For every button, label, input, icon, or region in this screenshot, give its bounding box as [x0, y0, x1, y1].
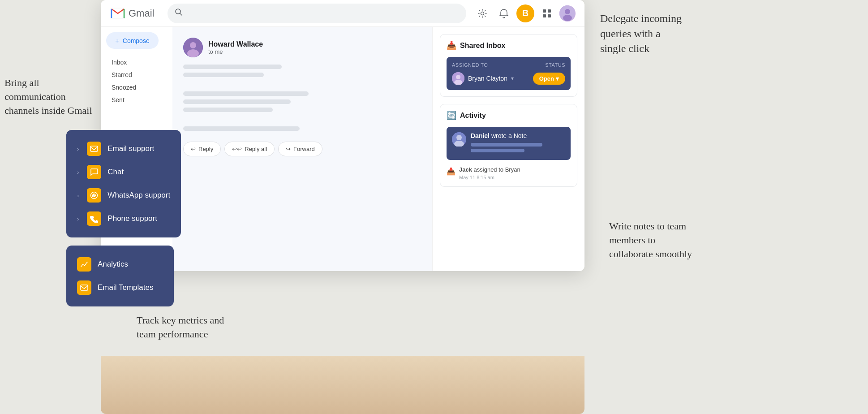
svg-point-14	[187, 49, 199, 57]
note-text: Daniel wrote a Note	[471, 132, 542, 139]
menu-item-email-support[interactable]: › Email support	[75, 137, 172, 160]
gear-icon	[477, 9, 487, 18]
settings-button[interactable]	[473, 4, 491, 22]
reply-all-icon: ↩↩	[232, 146, 242, 152]
sender-name: Howard Wallace	[208, 40, 263, 48]
grid-button[interactable]	[538, 4, 556, 22]
shared-inbox-title: Shared Inbox	[460, 42, 505, 50]
activity-assign-info: Jack assigned to Bryan May 11 8:15 am	[459, 166, 520, 180]
gmail-search-bar[interactable]	[168, 4, 466, 23]
svg-point-22	[91, 192, 98, 199]
menu-arrow-email: ›	[77, 146, 79, 152]
chevron-down-icon: ▾	[511, 75, 514, 82]
person-avatar	[452, 72, 464, 85]
annotation-top-right: Delegate incoming queries with a single …	[600, 11, 682, 56]
whatsapp-icon	[87, 188, 101, 203]
svg-point-4	[481, 12, 484, 15]
sender-avatar	[183, 38, 203, 57]
search-input[interactable]	[187, 9, 459, 17]
email-templates-icon	[77, 280, 91, 295]
forward-button[interactable]: ↪ Forward	[278, 142, 322, 156]
plus-icon: +	[115, 37, 119, 44]
status-label: Status	[545, 62, 565, 68]
email-line-4	[183, 91, 309, 96]
annotation-bottom-right: Write notes to team members to collabora…	[609, 220, 692, 261]
gmail-header: Gmail B	[101, 0, 584, 27]
email-actions: ↩ Reply ↩↩ Reply all ↪ Forward	[183, 142, 421, 156]
svg-point-16	[456, 75, 460, 79]
bottom-gradient-bg	[101, 356, 584, 414]
email-header-row: Howard Wallace to me	[183, 38, 421, 57]
activity-assign-text: Jack assigned to Bryan	[459, 166, 520, 173]
phone-support-icon	[87, 211, 101, 226]
reply-all-button[interactable]: ↩↩ Reply all	[224, 142, 275, 156]
activity-note: Daniel wrote a Note	[447, 127, 571, 160]
svg-point-19	[456, 135, 462, 140]
menu-arrow-whatsapp: ›	[77, 192, 79, 199]
email-line-8	[183, 126, 300, 131]
reply-all-label: Reply all	[245, 146, 267, 152]
search-icon	[175, 8, 183, 18]
activity-title-row: 🔄 Activity	[447, 111, 571, 121]
gmail-logo: Gmail	[110, 5, 154, 22]
status-open-button[interactable]: Open ▾	[533, 73, 565, 85]
activity-assign-icon: 📥	[447, 167, 455, 176]
note-content: Daniel wrote a Note	[471, 132, 542, 155]
email-line-5	[183, 99, 291, 104]
shared-inbox-card: 📥 Shared Inbox Assigned to Status Bryan	[440, 34, 577, 97]
gmail-header-icons: B	[473, 4, 576, 22]
user-avatar[interactable]	[559, 5, 576, 22]
activity-time: May 11 8:15 am	[459, 175, 520, 180]
forward-icon: ↪	[286, 146, 291, 152]
email-support-label: Email support	[107, 144, 154, 153]
note-line-2	[471, 149, 524, 152]
assign-post: assigned to Bryan	[474, 166, 520, 173]
b-badge-button[interactable]: B	[516, 4, 534, 22]
svg-rect-8	[548, 14, 551, 17]
status-btn-label: Open	[539, 75, 554, 82]
annotation-top-left: Bring all communication channels inside …	[4, 76, 92, 117]
email-templates-label: Email Templates	[98, 283, 153, 292]
features-menu-bottom: Analytics Email Templates	[66, 246, 174, 306]
gmail-title-text: Gmail	[129, 8, 154, 19]
svg-rect-21	[90, 146, 98, 151]
reply-button[interactable]: ↩ Reply	[183, 142, 221, 156]
sidebar-item-starred[interactable]: Starred	[101, 69, 172, 81]
analytics-label: Analytics	[98, 260, 128, 269]
compose-button[interactable]: + Compose	[106, 32, 159, 49]
activity-assign-row: 📥 Jack assigned to Bryan May 11 8:15 am	[447, 166, 571, 180]
email-view: Howard Wallace to me ↩ Reply	[172, 27, 432, 271]
sender-info: Howard Wallace to me	[208, 40, 263, 55]
note-line-1	[471, 143, 542, 147]
menu-item-chat[interactable]: › Chat	[75, 160, 172, 184]
menu-arrow-chat: ›	[77, 169, 79, 176]
chat-icon	[87, 165, 101, 179]
svg-rect-6	[548, 9, 551, 13]
menu-arrow-phone: ›	[77, 216, 79, 222]
bell-icon	[499, 9, 509, 18]
right-panel: 📥 Shared Inbox Assigned to Status Bryan	[432, 27, 584, 271]
menu-item-phone[interactable]: › Phone support	[75, 207, 172, 230]
shared-inbox-title-row: 📥 Shared Inbox	[447, 41, 571, 51]
menu-item-analytics[interactable]: Analytics	[75, 253, 165, 276]
annotation-bottom-left: Track key metrics and team performance	[137, 314, 224, 341]
activity-card: 🔄 Activity Daniel wrote a Note	[440, 104, 577, 187]
email-line-6	[183, 108, 273, 112]
svg-point-13	[190, 42, 196, 48]
menu-item-whatsapp[interactable]: › WhatsApp support	[75, 184, 172, 207]
gmail-m-icon	[110, 5, 126, 22]
email-line-1	[183, 65, 282, 69]
assigned-section: Assigned to Status Bryan Clayton ▾ Ope	[447, 57, 571, 90]
activity-title: Activity	[460, 112, 486, 120]
sidebar-item-sent[interactable]: Sent	[101, 94, 172, 106]
menu-item-email-templates[interactable]: Email Templates	[75, 276, 165, 299]
phone-support-label: Phone support	[107, 214, 157, 223]
forward-label: Forward	[293, 146, 315, 152]
chat-label: Chat	[107, 168, 124, 177]
reply-icon: ↩	[191, 146, 196, 152]
sidebar-item-inbox[interactable]: Inbox	[101, 56, 172, 69]
notifications-button[interactable]	[495, 4, 513, 22]
email-body-lines	[183, 65, 421, 131]
sender-to: to me	[208, 48, 263, 55]
sidebar-item-snoozed[interactable]: Snoozed	[101, 81, 172, 94]
